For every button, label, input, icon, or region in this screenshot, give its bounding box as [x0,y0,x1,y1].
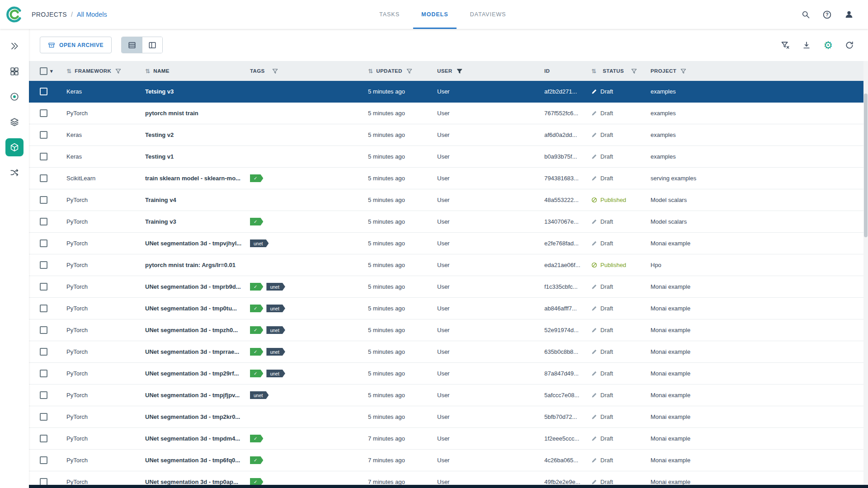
filter-icon[interactable] [680,68,686,74]
model-name-cell[interactable]: UNet segmentation 3d - tmp0tu... [145,305,250,312]
filter-icon[interactable] [406,68,412,74]
table-row[interactable]: Keras Tetsing v3 5 minutes ago User af2b… [29,81,868,103]
row-checkbox[interactable] [40,326,47,334]
table-row[interactable]: PyTorch UNet segmentation 3d - tmp29rf..… [29,363,868,385]
table-row[interactable]: PyTorch pytorch mnist train: Args/lr=0.0… [29,254,868,276]
row-checkbox[interactable] [40,283,47,291]
model-name-cell[interactable]: Tetsing v3 [145,88,250,95]
clearml-logo-icon[interactable] [0,5,29,23]
row-checkbox[interactable] [40,174,47,182]
sort-icon[interactable]: ⇅ [591,68,596,75]
help-icon[interactable]: ? [822,10,832,19]
column-label: TAGS [250,68,265,74]
table-row[interactable]: PyTorch UNet segmentation 3d - tmpzh0...… [29,319,868,341]
table-row[interactable]: Keras Testing v1 5 minutes ago User b0a9… [29,146,868,168]
table-row[interactable]: PyTorch UNet segmentation 3d - tmpjfjpv.… [29,385,868,406]
table-row[interactable]: PyTorch UNet segmentation 3d - tmprrae..… [29,341,868,363]
sort-icon[interactable]: ⇅ [368,68,373,75]
row-checkbox[interactable] [40,88,47,95]
table-row[interactable]: PyTorch pytorch mnist train 5 minutes ag… [29,103,868,124]
column-header-tags[interactable]: TAGS [250,68,368,74]
model-name-cell[interactable]: pytorch mnist train [145,110,250,117]
tab-models[interactable]: MODELS [410,0,459,29]
column-header-name[interactable]: ⇅NAME [145,68,250,75]
filter-icon[interactable] [115,68,121,74]
model-name-cell[interactable]: UNet segmentation 3d - tmpzh0... [145,327,250,333]
table-row[interactable]: PyTorch Training v3 ✓ 5 minutes ago User… [29,211,868,233]
row-checkbox[interactable] [40,131,47,139]
table-row[interactable]: PyTorch Training v4 5 minutes ago User 4… [29,189,868,211]
model-name-cell[interactable]: UNet segmentation 3d - tmpdm4... [145,435,250,442]
row-checkbox[interactable] [40,348,47,356]
model-name-cell[interactable]: UNet segmentation 3d - tmp29rf... [145,370,250,377]
scrollbar-thumb[interactable] [864,94,868,237]
user-avatar-icon[interactable] [844,9,854,19]
row-checkbox[interactable] [40,456,47,464]
download-icon[interactable] [802,41,811,50]
column-header-updated[interactable]: ⇅UPDATED [368,68,437,75]
model-name-cell[interactable]: UNet segmentation 3d - tmpvjhyl... [145,240,250,247]
filter-icon[interactable] [457,68,462,74]
models-icon[interactable] [5,138,24,156]
model-name-cell[interactable]: UNet segmentation 3d - tmp2kr0... [145,413,250,420]
column-header-user[interactable]: USER [437,68,544,74]
filter-icon[interactable] [631,68,637,74]
table-row[interactable]: Keras Testing v2 5 minutes ago User af6d… [29,124,868,146]
model-name-cell[interactable]: UNet segmentation 3d - tmp0ap... [145,479,250,485]
table-view-button[interactable] [122,37,142,53]
model-name-cell[interactable]: Testing v1 [145,153,250,160]
model-name-cell[interactable]: pytorch mnist train: Args/lr=0.01 [145,262,250,268]
datasets-icon[interactable] [5,88,24,106]
table-row[interactable]: ScikitLearn train sklearn model - sklear… [29,168,868,189]
breadcrumb-projects[interactable]: PROJECTS [32,11,67,18]
column-header-framework[interactable]: ⇅FRAMEWORK [66,68,145,75]
column-header-id[interactable]: ID [544,68,591,74]
table-row[interactable]: PyTorch UNet segmentation 3d - tmpdm4...… [29,428,868,450]
model-name-cell[interactable]: UNet segmentation 3d - tmprb9d... [145,283,250,290]
model-name-cell[interactable]: Testing v2 [145,131,250,138]
table-row[interactable]: PyTorch UNet segmentation 3d - tmprb9d..… [29,276,868,298]
caret-down-icon[interactable]: ▾ [50,68,53,74]
table-row[interactable]: PyTorch UNet segmentation 3d - tmpvjhyl.… [29,233,868,254]
row-checkbox[interactable] [40,435,47,442]
row-checkbox[interactable] [40,370,47,377]
row-checkbox[interactable] [40,153,47,160]
row-checkbox[interactable] [40,261,47,269]
sort-icon[interactable]: ⇅ [145,68,150,75]
projects-icon[interactable] [5,62,24,80]
draft-pencil-icon [591,89,597,94]
gear-icon[interactable]: ⚙ [823,40,833,50]
open-archive-button[interactable]: OPEN ARCHIVE [40,37,112,53]
workers-queues-icon[interactable] [5,164,24,182]
model-name-cell[interactable]: train sklearn model - sklearn-mo... [145,175,250,182]
row-checkbox[interactable] [40,305,47,312]
row-checkbox[interactable] [40,239,47,247]
filter-icon[interactable] [272,68,278,74]
select-all-checkbox[interactable] [40,67,47,75]
model-name-cell[interactable]: UNet segmentation 3d - tmp6fq0... [145,457,250,464]
row-checkbox[interactable] [40,391,47,399]
table-row[interactable]: PyTorch UNet segmentation 3d - tmp6fq0..… [29,450,868,471]
refresh-icon[interactable] [845,41,854,50]
model-name-cell[interactable]: UNet segmentation 3d - tmprrae... [145,348,250,355]
pipelines-icon[interactable] [5,113,24,131]
card-view-button[interactable] [142,37,162,53]
model-name-cell[interactable]: Training v4 [145,197,250,203]
row-checkbox[interactable] [40,196,47,204]
breadcrumb-current-all-models[interactable]: All Models [77,11,107,18]
expand-icon[interactable] [5,37,24,55]
sort-icon[interactable]: ⇅ [66,68,71,75]
model-name-cell[interactable]: Training v3 [145,218,250,225]
column-header-status[interactable]: ⇅STATUS [591,68,651,75]
tab-dataviews[interactable]: DATAVIEWS [459,0,517,29]
tab-tasks[interactable]: TASKS [368,0,410,29]
row-checkbox[interactable] [40,413,47,421]
table-row[interactable]: PyTorch UNet segmentation 3d - tmp0tu...… [29,298,868,319]
column-header-project[interactable]: PROJECT [651,68,868,74]
search-icon[interactable] [801,10,810,19]
table-row[interactable]: PyTorch UNet segmentation 3d - tmp2kr0..… [29,406,868,428]
row-checkbox[interactable] [40,218,47,225]
filter-reset-icon[interactable] [780,40,790,50]
row-checkbox[interactable] [40,109,47,117]
model-name-cell[interactable]: UNet segmentation 3d - tmpjfjpv... [145,392,250,399]
